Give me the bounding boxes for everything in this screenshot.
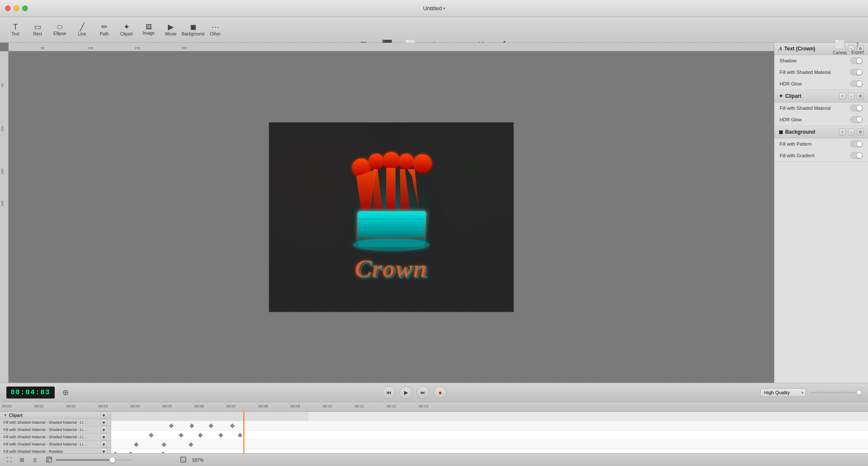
transport-forward-btn[interactable]: ⏭ (416, 386, 429, 399)
add-keyframe-btn[interactable]: ⊕ (62, 388, 69, 397)
bg-remove-btn[interactable]: − (848, 129, 855, 135)
transport-rewind-btn[interactable]: ⏮ (382, 386, 395, 399)
fill-pattern-label: Fill with Pattern (780, 141, 812, 147)
panel-section-header-background[interactable]: ◼ Background + − ⚙ (774, 126, 868, 138)
image-icon: 🖼 (146, 24, 152, 30)
tool-line[interactable]: ╱ Line (71, 19, 93, 41)
keyframe-2-4[interactable] (218, 433, 223, 437)
keyframe-2-1[interactable] (149, 433, 153, 437)
bg-settings-btn[interactable]: ⚙ (857, 129, 864, 135)
zoom-slider[interactable] (56, 459, 132, 461)
line-label: Line (78, 32, 86, 36)
keyframe-1-1[interactable] (169, 423, 173, 428)
movie-label: Movie (165, 32, 177, 36)
track-row-label-2: Fill with Shaded Material - Shaded Mater… (0, 426, 111, 434)
tool-clipart[interactable]: ✦ Clipart (115, 19, 138, 41)
maximize-button[interactable] (22, 6, 28, 11)
keyframe-3-3[interactable] (188, 442, 193, 447)
timeline-zoom-thumb[interactable] (856, 390, 862, 395)
close-button[interactable] (5, 6, 11, 11)
canvas-icon: ⬜ (835, 39, 845, 50)
keyframe-3-2[interactable] (161, 442, 166, 447)
track-area[interactable] (111, 412, 868, 453)
rect-icon: ▭ (34, 23, 41, 31)
image-icon-left (46, 457, 52, 463)
ruler-mark-0: 50 (41, 46, 44, 50)
track-expand-icon[interactable]: ▼ (3, 413, 7, 417)
track-row-menu-2[interactable]: ▼ (100, 426, 107, 433)
keyframe-2-3[interactable] (198, 433, 202, 437)
keyframe-2-2[interactable] (179, 433, 183, 437)
fit-btn[interactable]: ⊞ (17, 455, 26, 465)
hdr-glow-row-2: HDR Glow (774, 114, 868, 126)
hdr-glow-toggle-2[interactable] (850, 116, 863, 123)
track-row-menu-3[interactable]: ▼ (100, 434, 107, 440)
link-btn[interactable]: ⧖ (30, 455, 39, 465)
track-row-menu-5[interactable]: ▼ (100, 448, 107, 453)
tool-other[interactable]: ⋯ Other (204, 19, 226, 41)
svg-point-5 (413, 154, 432, 173)
time-marker-6: 00:06 (194, 404, 204, 408)
hdr-glow-toggle-1[interactable] (850, 80, 863, 87)
tool-export[interactable]: ↑ Export (851, 39, 864, 55)
minimize-button[interactable] (14, 6, 19, 11)
tool-path[interactable]: ✏ Path (93, 19, 115, 41)
keyframe-1-2[interactable] (189, 423, 194, 428)
shadow-row: Shadow (774, 55, 868, 67)
time-marker-9: 00:09 (290, 404, 300, 408)
keyframe-2-5[interactable] (238, 433, 242, 437)
fill-pattern-toggle[interactable] (850, 141, 863, 147)
panel-section-header-clipart[interactable]: ✦ Clipart + − ⚙ (774, 90, 868, 103)
design-canvas[interactable]: Crown Crown Crown (9, 51, 774, 383)
shadow-toggle[interactable] (850, 57, 863, 64)
canvas-image[interactable]: Crown Crown Crown (269, 122, 514, 312)
zoom-slider-thumb[interactable] (109, 457, 115, 463)
keyframe-4-3[interactable] (161, 451, 165, 453)
playhead[interactable] (243, 412, 244, 453)
svg-point-4 (399, 154, 414, 169)
tool-ellipse[interactable]: ⬭ Ellipse (49, 19, 71, 41)
clipart-settings-btn[interactable]: ⚙ (857, 93, 864, 100)
fill-shaded-toggle-2[interactable] (850, 105, 863, 111)
canvas-label: Canvas (833, 50, 847, 55)
transport-record-btn[interactable]: ● (434, 386, 446, 399)
track-row-menu-4[interactable]: ▼ (100, 441, 107, 448)
bg-add-btn[interactable]: + (839, 129, 846, 135)
fill-shaded-label-1: Fill with Shaded Material (780, 70, 831, 75)
tool-text[interactable]: T Text (4, 19, 26, 41)
fill-gradient-label: Fill with Gradient (780, 153, 815, 158)
window-controls (5, 6, 28, 11)
track-label-1: Fill with Shaded Material - Shaded Mater… (3, 420, 89, 425)
keyframe-3-1[interactable] (134, 442, 138, 447)
tool-image[interactable]: 🖼 Image (138, 19, 160, 41)
svg-rect-18 (181, 457, 186, 462)
time-marker-7: 00:07 (226, 404, 236, 408)
tool-rect[interactable]: ▭ Rect (26, 19, 49, 41)
clipart-remove-btn[interactable]: − (848, 93, 855, 100)
image-label: Image (143, 31, 155, 35)
keyframe-4-2[interactable] (128, 451, 133, 453)
select-tool-btn[interactable]: ⛶ (4, 455, 14, 465)
other-label: Other (210, 32, 220, 36)
track-row-menu-1[interactable]: ▼ (100, 419, 107, 426)
title-dropdown-icon[interactable]: ▾ (443, 6, 445, 11)
clipart-add-btn[interactable]: + (839, 93, 846, 100)
keyframe-1-4[interactable] (230, 423, 235, 428)
right-toolbar: ⬜ Canvas ↑ Export (833, 34, 864, 60)
track-header-menu-btn[interactable]: ▼ (100, 412, 107, 419)
timeline-zoom-slider[interactable] (810, 392, 862, 393)
tool-movie[interactable]: ▶ Movie (160, 19, 182, 41)
quality-select[interactable]: High Quality Medium Quality Low Quality (760, 388, 806, 397)
time-marker-4: 00:04 (130, 404, 140, 408)
export-icon: ↑ (856, 39, 860, 49)
tool-background[interactable]: ◼ Background (182, 19, 204, 41)
fill-shaded-toggle-1[interactable] (850, 69, 863, 76)
zoom-icon-left (46, 457, 52, 463)
keyframe-1-3[interactable] (208, 423, 213, 428)
keyframe-4-1[interactable] (113, 451, 117, 453)
right-panel: A Text (Crown) + − ⚙ Shadow Fill with Sh… (774, 43, 868, 383)
fill-gradient-toggle[interactable] (850, 152, 863, 159)
tool-canvas[interactable]: ⬜ Canvas (833, 39, 847, 55)
ruler-mark-2: 150 (135, 46, 140, 50)
transport-play-btn[interactable]: ▶ (399, 386, 412, 399)
